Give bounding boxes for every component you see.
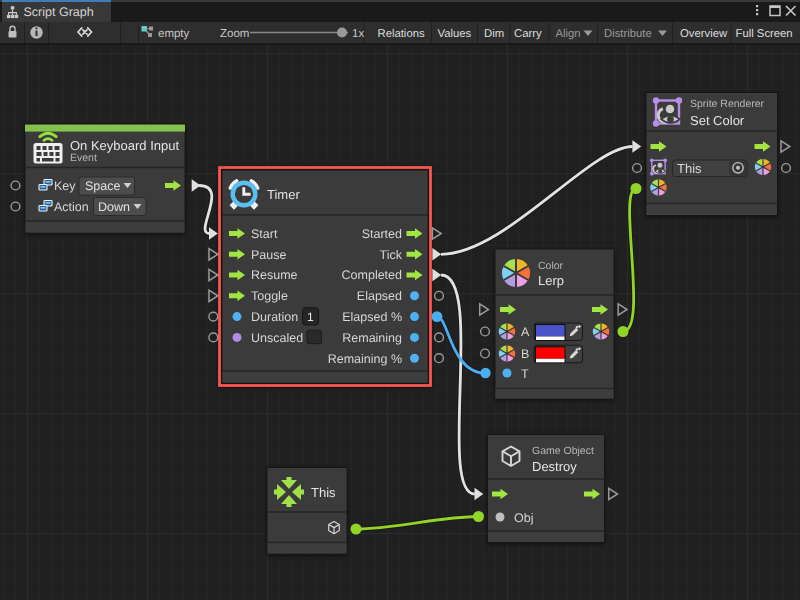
svg-text:Relations: Relations [378, 28, 425, 40]
svg-text:Down: Down [98, 200, 130, 214]
svg-text:Elapsed: Elapsed [357, 289, 402, 303]
svg-text:Space: Space [85, 179, 120, 193]
svg-text:Elapsed %: Elapsed % [342, 310, 402, 324]
svg-text:Zoom: Zoom [220, 28, 249, 40]
svg-text:B: B [521, 347, 529, 361]
svg-text:Pause: Pause [251, 248, 286, 262]
svg-text:Destroy: Destroy [532, 459, 577, 474]
svg-text:1: 1 [307, 310, 314, 324]
svg-text:Distribute: Distribute [604, 28, 652, 40]
svg-text:This: This [311, 485, 336, 500]
svg-text:Color: Color [538, 260, 564, 272]
svg-text:Toggle: Toggle [251, 289, 288, 303]
svg-text:Obj: Obj [514, 511, 533, 525]
svg-text:Started: Started [362, 227, 402, 241]
svg-text:Completed: Completed [342, 268, 402, 282]
svg-text:Remaining %: Remaining % [328, 352, 402, 366]
svg-text:Resume: Resume [251, 268, 298, 282]
svg-text:Tick: Tick [380, 248, 403, 262]
svg-text:Script Graph: Script Graph [24, 5, 94, 19]
svg-text:Full Screen: Full Screen [736, 28, 793, 40]
svg-text:T: T [521, 367, 529, 381]
svg-text:Carry: Carry [514, 28, 542, 40]
svg-text:A: A [521, 325, 530, 339]
svg-text:Overview: Overview [680, 28, 728, 40]
svg-text:Lerp: Lerp [538, 273, 564, 288]
svg-text:Event: Event [70, 152, 97, 164]
svg-text:Sprite Renderer: Sprite Renderer [690, 98, 765, 110]
svg-text:On Keyboard Input: On Keyboard Input [70, 138, 180, 153]
svg-text:This: This [677, 161, 702, 176]
svg-text:Game Object: Game Object [532, 445, 594, 457]
svg-text:Unscaled: Unscaled [251, 331, 303, 345]
svg-text:Dim: Dim [484, 28, 504, 40]
svg-text:Key: Key [54, 179, 76, 193]
svg-text:Align: Align [556, 28, 581, 40]
svg-text:Start: Start [251, 227, 278, 241]
svg-text:empty: empty [158, 28, 190, 40]
svg-text:Values: Values [438, 28, 472, 40]
svg-text:Duration: Duration [251, 310, 298, 324]
svg-text:1x: 1x [352, 28, 364, 40]
svg-text:Remaining: Remaining [342, 331, 402, 345]
svg-text:Timer: Timer [267, 187, 300, 202]
svg-text:Action: Action [54, 200, 89, 214]
svg-text:Set Color: Set Color [690, 113, 745, 128]
